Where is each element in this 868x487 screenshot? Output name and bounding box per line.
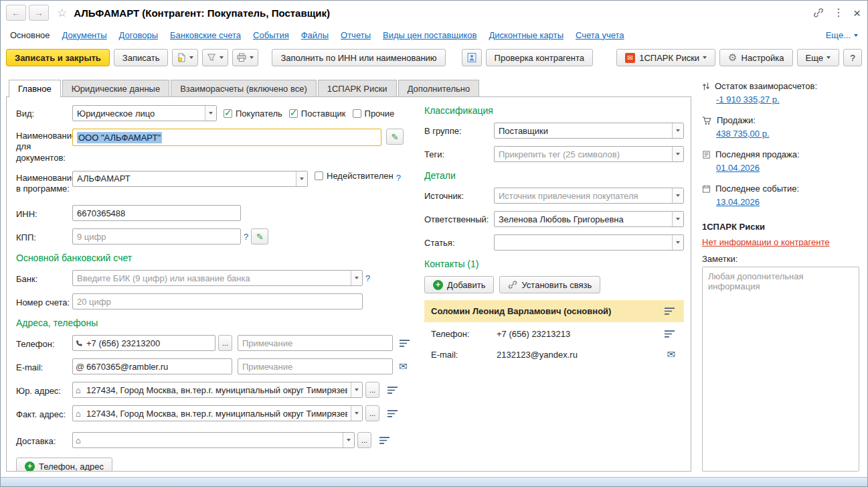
notes-textarea[interactable] (702, 267, 859, 472)
email-input[interactable] (72, 358, 232, 374)
nav-item-events[interactable]: События (253, 30, 289, 40)
edit-kpp-button[interactable]: ✎ (251, 228, 268, 245)
legal-address-input[interactable] (72, 382, 363, 398)
save-and-close-button[interactable]: Записать и закрыть (6, 49, 110, 66)
dropdown-button[interactable] (672, 235, 683, 250)
sales-link[interactable]: 438 735,00 р. (716, 129, 770, 139)
add-contact-button[interactable]: + Добавить (424, 276, 494, 293)
tags-input[interactable] (494, 146, 684, 162)
link-contact-button[interactable]: Установить связь (499, 276, 600, 293)
email-note-input[interactable] (238, 358, 393, 374)
name-in-program-input[interactable] (72, 171, 308, 187)
window-menu-icon[interactable]: ⋮ (833, 7, 844, 18)
balance-link[interactable]: -1 910 335,27 р. (716, 94, 780, 105)
kind-select[interactable] (72, 105, 217, 121)
delivery-address-select[interactable]: ⌂ (72, 432, 355, 448)
help-link[interactable]: ? (244, 232, 248, 242)
back-button[interactable]: ← (6, 5, 26, 21)
help-link[interactable]: ? (365, 273, 370, 283)
supplier-checkbox[interactable]: Поставщик (289, 109, 346, 119)
nav-item-accounting[interactable]: Счета учета (576, 30, 624, 40)
nav-item-discount-cards[interactable]: Дисконтные карты (489, 30, 563, 40)
add-phone-address-button[interactable]: + Телефон, адрес (16, 458, 112, 472)
legal-address-more-button[interactable]: ... (365, 382, 379, 398)
contact-person-row[interactable]: Соломин Леонид Варламович (основной) (424, 300, 684, 322)
tab-legal-data[interactable]: Юридические данные (62, 80, 170, 96)
fill-by-inn-button[interactable]: Заполнить по ИНН или наименованию (272, 49, 445, 66)
phone-input[interactable] (72, 335, 215, 351)
nav-item-bank-accounts[interactable]: Банковские счета (170, 30, 241, 40)
actual-address-input[interactable] (72, 405, 363, 421)
nav-item-contracts[interactable]: Договоры (119, 30, 158, 40)
invalid-checkbox[interactable]: Недействителен (315, 171, 394, 181)
forward-button[interactable]: → (29, 5, 49, 21)
other-checkbox[interactable]: Прочие (353, 109, 395, 119)
save-button[interactable]: Записать (114, 49, 169, 66)
settings-button[interactable]: ⚙ Настройка (719, 49, 792, 66)
name-for-docs-field[interactable]: ООО "АЛЬФАМАРТ" (72, 129, 381, 146)
edit-name-button[interactable]: ✎ (386, 129, 404, 145)
nav-more-button[interactable]: Еще... (826, 30, 858, 40)
actual-address-more-button[interactable]: ... (365, 405, 379, 421)
nav-item-main[interactable]: Основное (10, 30, 50, 40)
help-button[interactable]: ? (843, 49, 862, 66)
source-select[interactable] (494, 188, 684, 204)
spark-risks-button[interactable]: ✉ 1СПАРК Риски (616, 49, 715, 66)
close-icon[interactable]: × (853, 7, 861, 19)
contact-actions-icon[interactable] (662, 307, 677, 316)
contact-phone-actions-icon[interactable] (662, 330, 677, 338)
inn-input[interactable] (72, 205, 241, 221)
phone-field[interactable] (72, 335, 215, 351)
phone-more-button[interactable]: ... (218, 335, 232, 351)
help-link[interactable]: ? (396, 171, 401, 183)
tab-main[interactable]: Главное (9, 80, 61, 97)
create-based-on-button[interactable] (172, 49, 198, 66)
email-field[interactable]: @ (72, 358, 232, 374)
kind-input[interactable] (72, 105, 217, 121)
phone-note-input[interactable] (238, 335, 393, 351)
legal-address-actions-icon[interactable] (385, 386, 400, 395)
dropdown-button[interactable] (343, 433, 354, 447)
bank-select[interactable] (72, 270, 363, 286)
dropdown-button[interactable] (351, 406, 362, 421)
article-select[interactable] (494, 234, 684, 251)
nav-item-files[interactable]: Файлы (301, 30, 329, 40)
kpp-input[interactable] (72, 228, 241, 245)
send-email-icon[interactable]: ✉ (397, 360, 410, 372)
nav-item-supplier-prices[interactable]: Виды цен поставщиков (383, 30, 476, 40)
last-event-link[interactable]: 13.04.2026 (716, 197, 760, 207)
delivery-address-input[interactable] (72, 432, 355, 448)
article-input[interactable] (494, 234, 684, 251)
spark-status-link[interactable]: Нет информации о контрагенте (702, 237, 859, 247)
phone-actions-icon[interactable] (397, 339, 412, 348)
group-input[interactable] (494, 123, 684, 139)
tags-select[interactable] (494, 146, 684, 162)
dropdown-button[interactable] (672, 123, 683, 138)
source-input[interactable] (494, 188, 684, 204)
dropdown-button[interactable] (351, 382, 362, 397)
nav-item-documents[interactable]: Документы (62, 30, 107, 40)
contact-send-email-icon[interactable]: ✉ (665, 348, 677, 360)
check-counterparty-button[interactable]: Проверка контрагента (486, 49, 593, 66)
actual-address-select[interactable]: ⌂ (72, 405, 363, 421)
name-in-program-select[interactable] (72, 171, 308, 187)
print-button[interactable] (232, 49, 258, 66)
delivery-actions-icon[interactable] (377, 436, 392, 445)
bank-input[interactable] (72, 270, 363, 286)
more-button[interactable]: Еще (797, 49, 839, 66)
contact-phone-row[interactable]: Телефон: +7 (656) 23213213 (424, 322, 684, 342)
get-link-icon[interactable] (813, 7, 824, 18)
dropdown-button[interactable] (672, 188, 683, 203)
actual-address-actions-icon[interactable] (385, 409, 400, 418)
dropdown-button[interactable] (296, 171, 307, 186)
contact-email-row[interactable]: E-mail: 2132123@yandex.ru ✉ (424, 342, 684, 363)
responsible-input[interactable] (494, 211, 684, 227)
buyer-checkbox[interactable]: Покупатель (224, 109, 282, 119)
responsible-select[interactable] (494, 211, 684, 227)
counterparty-dossier-button[interactable] (462, 49, 482, 66)
delivery-more-button[interactable]: ... (357, 432, 371, 448)
nav-item-reports[interactable]: Отчеты (341, 30, 371, 40)
dropdown-button[interactable] (672, 212, 683, 226)
tab-additional[interactable]: Дополнительно (398, 80, 480, 96)
dropdown-button[interactable] (205, 106, 216, 121)
